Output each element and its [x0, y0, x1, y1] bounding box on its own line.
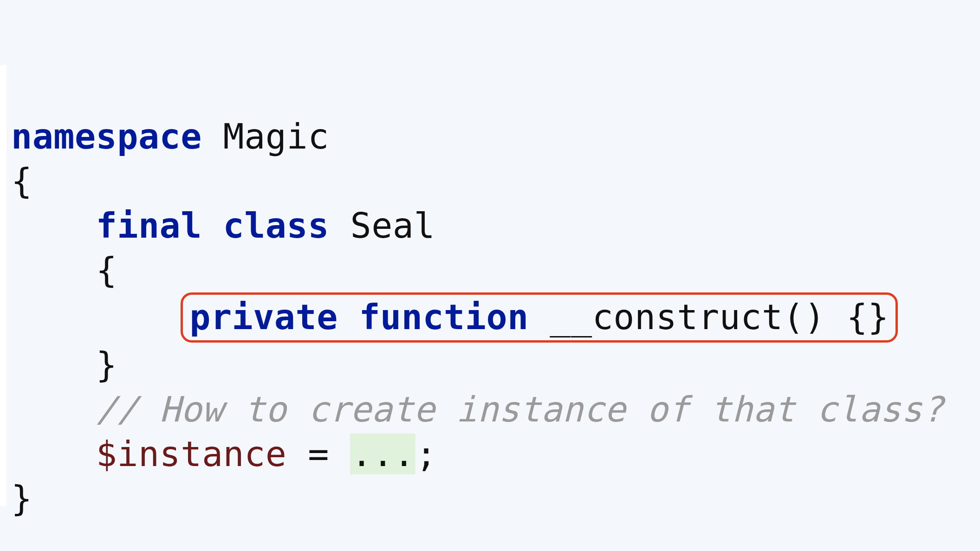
line-8: $instance = ...;: [11, 434, 437, 474]
keyword-final: final: [96, 205, 202, 246]
line-6: }: [11, 344, 117, 385]
highlighted-constructor: private function __construct() {}: [181, 292, 898, 343]
variable-instance: $instance: [96, 434, 287, 474]
namespace-name: Magic: [223, 116, 329, 157]
class-brace-open: {: [96, 250, 117, 291]
line-4: {: [11, 250, 117, 291]
comment-line: // How to create instance of that class?: [96, 389, 944, 430]
gutter-strip: [0, 65, 6, 506]
keyword-private: private: [189, 297, 338, 337]
code-slide: namespace Magic { final class Seal { pri…: [0, 0, 980, 551]
method-body: {}: [847, 297, 889, 337]
keyword-namespace: namespace: [11, 116, 202, 157]
code-block: namespace Magic { final class Seal { pri…: [11, 70, 944, 551]
line-2-brace-open: {: [11, 161, 32, 201]
keyword-function: function: [359, 297, 528, 337]
line-3: final class Seal: [11, 205, 435, 246]
line-9-brace-close: }: [11, 478, 32, 519]
equals: =: [287, 434, 350, 474]
class-brace-close: }: [96, 344, 117, 385]
class-name: Seal: [350, 205, 435, 246]
ellipsis-placeholder: ...: [350, 434, 415, 474]
line-7: // How to create instance of that class?: [11, 389, 944, 430]
line-1: namespace Magic: [11, 116, 329, 157]
semicolon: ;: [415, 434, 437, 474]
method-name: __construct(): [550, 297, 825, 337]
keyword-class: class: [223, 205, 329, 246]
line-5: private function __construct() {}: [11, 297, 898, 337]
